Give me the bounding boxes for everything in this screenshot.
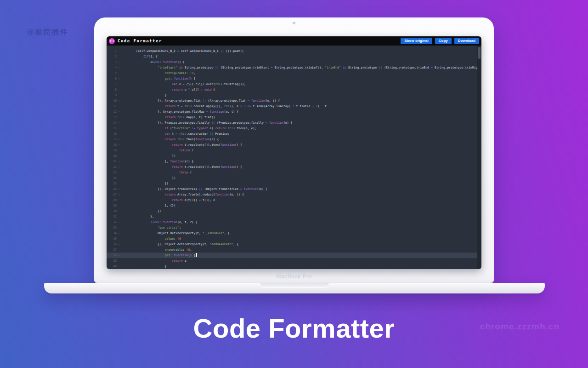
chevron-down-icon[interactable]: ▾ xyxy=(117,186,121,192)
code-text: get: function() { xyxy=(121,253,197,258)
code-text: throw r xyxy=(121,170,192,175)
line-number: 23 xyxy=(107,170,117,175)
laptop-screen: {·} Code Formatter Show original Copy Do… xyxy=(94,17,494,283)
code-line[interactable]: 36▾ }), Object.defineProperty(t, "addBas… xyxy=(107,242,481,247)
code-text: return e ? e[1] : void 0 xyxy=(121,87,215,92)
code-line[interactable]: 10▾ }), Array.prototype.flat || (Array.p… xyxy=(107,98,481,104)
code-line[interactable]: 7 var e = /\((.*)\)/.exec(this.toString(… xyxy=(107,81,481,87)
code-line[interactable]: 16 var t = this.constructor || Promise; xyxy=(107,131,481,137)
chevron-down-icon[interactable]: ▾ xyxy=(117,219,121,225)
download-button[interactable]: Download xyxy=(454,38,479,44)
chevron-down-icon[interactable]: ▾ xyxy=(117,76,121,81)
code-line[interactable]: 29 }, {}) xyxy=(107,203,481,208)
code-line[interactable]: 1(self.webpackChunk_N_E = self.webpackCh… xyxy=(107,48,481,54)
show-original-button[interactable]: Show original xyxy=(401,38,432,44)
code-line[interactable]: 18▾ return t.resolve(e()).then(function(… xyxy=(107,142,481,148)
chevron-down-icon[interactable]: ▾ xyxy=(117,242,121,247)
code-text: if ("function" != typeof e) return this.… xyxy=(121,126,256,131)
code-line[interactable]: 9 } xyxy=(107,92,481,98)
code-text: [179], { xyxy=(121,54,158,59)
line-number: 11 xyxy=(107,104,117,109)
code-line[interactable]: 39 return a xyxy=(107,258,481,264)
code-line[interactable]: 5 configurable: !0, xyxy=(107,70,481,76)
code-line[interactable]: 13 return this.map(e, t).flat() xyxy=(107,115,481,120)
code-line[interactable]: 34▾ Object.defineProperty(t, "__esModule… xyxy=(107,230,481,236)
chevron-down-icon[interactable]: ▾ xyxy=(117,98,121,104)
chevron-down-icon[interactable]: ▾ xyxy=(117,142,121,148)
code-line[interactable]: 4▾ "trimStart" in String.prototype || (S… xyxy=(107,65,481,70)
chevron-down-icon[interactable]: ▾ xyxy=(117,59,121,65)
text-cursor xyxy=(196,253,197,257)
fold-spacer xyxy=(117,225,121,230)
chevron-down-icon[interactable]: ▾ xyxy=(117,230,121,236)
code-line[interactable]: 38▾ get: function() { xyxy=(107,253,481,258)
code-line[interactable]: 19 return r xyxy=(107,148,481,153)
fold-spacer xyxy=(117,264,121,269)
code-line[interactable]: 32▾ 31297: function(e, t, r) { xyxy=(107,219,481,225)
code-text: }) xyxy=(121,208,161,214)
fold-spacer xyxy=(117,126,121,131)
chevron-down-icon[interactable]: ▾ xyxy=(117,120,121,126)
code-editor[interactable]: 1(self.webpackChunk_N_E = self.webpackCh… xyxy=(107,46,481,269)
code-line[interactable]: 6▾ get: function() { xyxy=(107,76,481,81)
code-line[interactable]: 24 }) xyxy=(107,175,481,181)
code-line[interactable]: 15 if ("function" != typeof e) return th… xyxy=(107,126,481,131)
chevron-down-icon[interactable]: ▾ xyxy=(117,109,121,115)
app-header: {·} Code Formatter Show original Copy Do… xyxy=(107,36,481,46)
code-line[interactable]: 30 }) xyxy=(107,208,481,214)
code-line[interactable]: 8 return e ? e[1] : void 0 xyxy=(107,87,481,92)
fold-spacer xyxy=(117,104,121,109)
chevron-down-icon[interactable]: ▾ xyxy=(117,159,121,164)
chevron-down-icon[interactable]: ▾ xyxy=(117,137,121,142)
code-text: return e[t[0]] = t[1], e xyxy=(121,197,215,203)
scrollbar-thumb[interactable] xyxy=(478,47,481,59)
code-line[interactable]: 28 return e[t[0]] = t[1], e xyxy=(107,197,481,203)
code-line[interactable]: 20 }) xyxy=(107,153,481,159)
line-number: 37 xyxy=(107,247,117,253)
code-line[interactable]: 23 throw r xyxy=(107,170,481,175)
line-number: 10 xyxy=(107,98,117,104)
code-line[interactable]: 26▾ }), Object.fromEntries || (Object.fr… xyxy=(107,186,481,192)
code-line[interactable]: 22▾ return t.resolve(e()).then(function(… xyxy=(107,164,481,170)
code-line[interactable]: 14▾ }), Promise.prototype.finally || (Pr… xyxy=(107,120,481,126)
copy-button[interactable]: Copy xyxy=(435,38,452,44)
code-line[interactable]: 33 "use strict"; xyxy=(107,225,481,230)
fold-spacer xyxy=(117,181,121,186)
line-number: 34 xyxy=(107,230,117,236)
app-window: {·} Code Formatter Show original Copy Do… xyxy=(107,36,481,269)
line-number: 28 xyxy=(107,197,117,203)
fold-spacer xyxy=(117,131,121,137)
code-text: }, xyxy=(121,214,154,219)
code-line[interactable]: 40 } xyxy=(107,264,481,269)
code-line[interactable]: 25 }) xyxy=(107,181,481,186)
code-line[interactable]: 21▾ }, function(r) { xyxy=(107,159,481,164)
line-number: 14 xyxy=(107,120,117,126)
line-number: 13 xyxy=(107,115,117,120)
line-number: 2 xyxy=(107,54,117,59)
fold-spacer xyxy=(117,170,121,175)
code-line[interactable]: 11 return t = this.concat.apply([], this… xyxy=(107,104,481,109)
code-line[interactable]: 35 value: !0 xyxy=(107,236,481,242)
fold-spacer xyxy=(117,203,121,208)
code-line[interactable]: 27▾ return Array.from(e).reduce(function… xyxy=(107,192,481,197)
fold-spacer xyxy=(117,175,121,181)
code-line[interactable]: 31 }, xyxy=(107,214,481,219)
code-text: value: !0 xyxy=(121,236,181,242)
chevron-down-icon[interactable]: ▾ xyxy=(117,192,121,197)
chevron-down-icon[interactable]: ▾ xyxy=(117,164,121,170)
scrollbar[interactable] xyxy=(477,46,481,269)
chevron-down-icon[interactable]: ▾ xyxy=(117,65,121,70)
code-text: return a xyxy=(121,258,187,264)
code-line[interactable]: 2 [179], { xyxy=(107,54,481,59)
code-text: }) xyxy=(121,175,175,181)
fold-spacer xyxy=(117,48,121,54)
code-line[interactable]: 12▾ }, Array.prototype.flatMap = functio… xyxy=(107,109,481,115)
line-number: 19 xyxy=(107,148,117,153)
camera-dot-icon xyxy=(293,22,295,24)
code-line[interactable]: 17▾ return this.then(function(r) { xyxy=(107,137,481,142)
code-text: }), Array.prototype.flat || (Array.proto… xyxy=(121,98,280,104)
code-line[interactable]: 37 enumerable: !0, xyxy=(107,247,481,253)
chevron-down-icon[interactable]: ▾ xyxy=(117,253,121,258)
code-line[interactable]: 3▾ 46236: function() { xyxy=(107,59,481,65)
line-number: 25 xyxy=(107,181,117,186)
